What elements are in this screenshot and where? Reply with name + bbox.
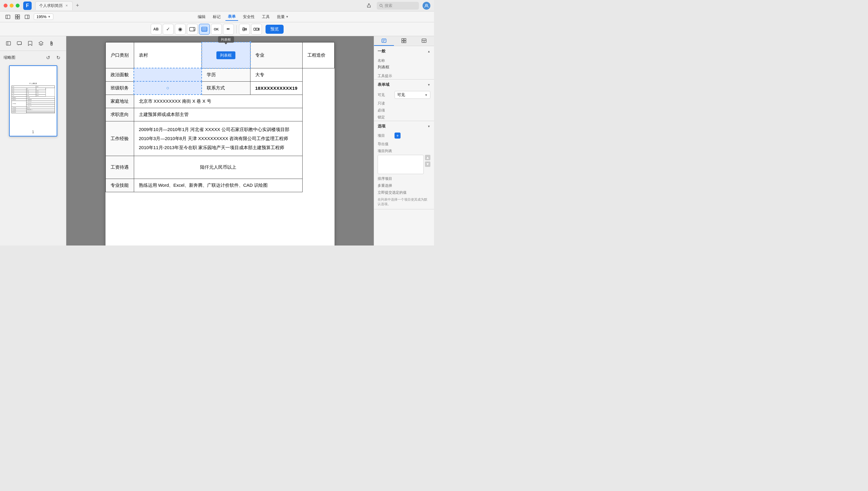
sidebar-panel-toggle[interactable] xyxy=(4,38,13,48)
visibility-dropdown[interactable]: 可见 ▼ xyxy=(394,91,430,99)
comment-icon[interactable] xyxy=(15,38,24,48)
table-row: 班级职务 联系方式 18XXXXXXXXXX19 xyxy=(106,81,335,94)
name-value: 列表框 xyxy=(374,64,434,72)
required-row: 必须 xyxy=(374,107,434,114)
label-cell: 专业技能 xyxy=(106,179,134,192)
rp-tab-grid[interactable] xyxy=(394,36,414,46)
bookmark-icon[interactable] xyxy=(25,38,35,48)
rp-tab-properties[interactable] xyxy=(374,36,394,46)
textfield-button[interactable]: AB xyxy=(151,24,162,35)
distribute-button[interactable] xyxy=(251,24,262,35)
section-options-chevron-icon: ▼ xyxy=(427,125,430,128)
table-row: 求职意向 土建预算师或成本部主管 xyxy=(106,108,335,121)
salary-cell: 陆仟元人民币以上 xyxy=(134,156,303,179)
handle-bottom[interactable] xyxy=(167,87,169,89)
ok-button[interactable]: OK xyxy=(211,24,222,35)
svg-point-1 xyxy=(425,4,427,6)
svg-rect-20 xyxy=(17,41,21,45)
visibility-label: 可见 xyxy=(377,92,392,97)
search-box[interactable]: 搜索 xyxy=(377,2,419,10)
svg-rect-21 xyxy=(382,39,386,42)
combo-button[interactable] xyxy=(187,24,198,35)
selected-cell-label[interactable]: 列表框 xyxy=(216,51,235,59)
readonly-row: 只读 xyxy=(374,100,434,107)
visibility-chevron-icon: ▼ xyxy=(425,93,428,97)
titlebar: F 个人求职简历 ✕ + 搜索 xyxy=(0,0,434,11)
user-avatar[interactable] xyxy=(423,2,430,10)
signature-button[interactable]: ✒ xyxy=(223,24,234,35)
rp-tab-layout[interactable] xyxy=(414,36,434,46)
checkbox-button[interactable]: ✓ xyxy=(163,24,174,35)
preview-button[interactable]: 预览 xyxy=(265,25,284,34)
list-up-button[interactable]: ▲ xyxy=(425,155,430,160)
redo-button[interactable]: ↻ xyxy=(54,53,62,62)
menu-mark[interactable]: 标记 xyxy=(211,13,223,21)
zoom-control[interactable]: 195% ▼ xyxy=(34,13,53,20)
attach-icon[interactable] xyxy=(47,38,57,48)
layers-icon[interactable] xyxy=(36,38,46,48)
label-cell: 求职意向 xyxy=(106,108,134,121)
svg-rect-4 xyxy=(18,15,20,17)
menu-tools-label: 工具 xyxy=(262,14,270,20)
section-field-title: 表单域 xyxy=(377,82,389,87)
dashed-cell[interactable] xyxy=(134,68,202,81)
add-tab-button[interactable]: + xyxy=(74,2,81,9)
titlebar-right: 搜索 xyxy=(365,1,430,10)
section-field-header[interactable]: 表单域 ▼ xyxy=(374,80,434,90)
name-field-header: 名称 xyxy=(374,56,434,64)
svg-rect-18 xyxy=(259,28,259,30)
work-exp-2: 2010年3月—2010年8月 天津 XXXXXXXXXX 咨询有限公司工作监理… xyxy=(139,134,298,143)
visibility-value: 可见 xyxy=(397,92,405,97)
tab-resume[interactable]: 个人求职简历 ✕ xyxy=(35,1,73,10)
undo-button[interactable]: ↺ xyxy=(44,53,52,62)
tab-bar: 个人求职简历 ✕ + xyxy=(35,1,365,10)
menu-form[interactable]: 表单 xyxy=(225,13,238,21)
section-options-header[interactable]: 选项 ▼ xyxy=(374,121,434,131)
share-button[interactable] xyxy=(365,1,373,10)
minimize-button[interactable] xyxy=(10,4,13,7)
label-cell: 家庭地址 xyxy=(106,94,134,108)
section-general-title: 一般 xyxy=(377,49,386,54)
align-button[interactable] xyxy=(239,24,250,35)
tooltip-label: 工具提示 xyxy=(377,74,392,79)
menu-edit[interactable]: 编辑 xyxy=(195,13,208,21)
sidebar-toggle-button[interactable] xyxy=(4,13,12,21)
section-general: 一般 ▲ 名称 列表框 工具提示 xyxy=(374,46,434,80)
tab-close-button[interactable]: ✕ xyxy=(64,4,69,8)
required-label: 必须 xyxy=(377,108,385,113)
readonly-label: 只读 xyxy=(377,101,385,106)
window-controls xyxy=(4,4,20,7)
content-area[interactable]: 户口类别 农村 列表框 xyxy=(66,36,374,246)
section-general-chevron-icon: ▲ xyxy=(427,50,430,53)
multi-row: 多重选择 xyxy=(374,182,434,189)
document-table: 户口类别 农村 列表框 xyxy=(106,42,335,192)
value-cell: 农村 xyxy=(134,42,202,68)
section-general-header[interactable]: 一般 ▲ xyxy=(374,46,434,56)
close-button[interactable] xyxy=(4,4,7,7)
selected-listbox-cell[interactable]: 列表框 列表框 xyxy=(202,42,250,68)
panel-view-button[interactable] xyxy=(23,13,31,21)
table-row: 户口类别 农村 列表框 xyxy=(106,42,335,68)
dashed-cell-2[interactable] xyxy=(134,81,202,94)
list-down-button[interactable]: ▼ xyxy=(425,162,430,167)
maximize-button[interactable] xyxy=(16,4,20,7)
page-thumbnail-1[interactable]: 个 人 简 历 姓名照片 性别男 政治群众学历 民族汉族专业 户口农村联系 家庭… xyxy=(9,65,57,137)
batch-chevron-icon: ▼ xyxy=(286,15,289,18)
menu-security[interactable]: 安全性 xyxy=(241,13,257,21)
svg-rect-3 xyxy=(16,15,17,17)
section-options-title: 选项 xyxy=(377,123,386,129)
radio-button[interactable]: ◉ xyxy=(175,24,186,35)
menu-batch[interactable]: 批量 ▼ xyxy=(275,13,291,21)
menu-tools[interactable]: 工具 xyxy=(259,13,272,21)
listbox-button[interactable] xyxy=(199,24,210,35)
svg-rect-19 xyxy=(6,41,10,45)
add-item-button[interactable]: + xyxy=(394,133,400,139)
locked-label: 锁定 xyxy=(377,115,385,120)
right-panel-tabs xyxy=(374,36,434,46)
thumbnail-area[interactable]: 个 人 简 历 姓名照片 性别男 政治群众学历 民族汉族专业 户口农村联系 家庭… xyxy=(0,63,66,246)
tooltip-field-header: 工具提示 xyxy=(374,72,434,79)
grid-view-button[interactable] xyxy=(13,13,22,21)
items-list[interactable] xyxy=(377,155,424,174)
thumbnail-label: 缩略图 xyxy=(4,55,16,60)
left-sidebar: 缩略图 ↺ ↻ 个 人 简 历 姓名照片 性别男 政治群众学历 民族汉族专业 xyxy=(0,36,66,246)
